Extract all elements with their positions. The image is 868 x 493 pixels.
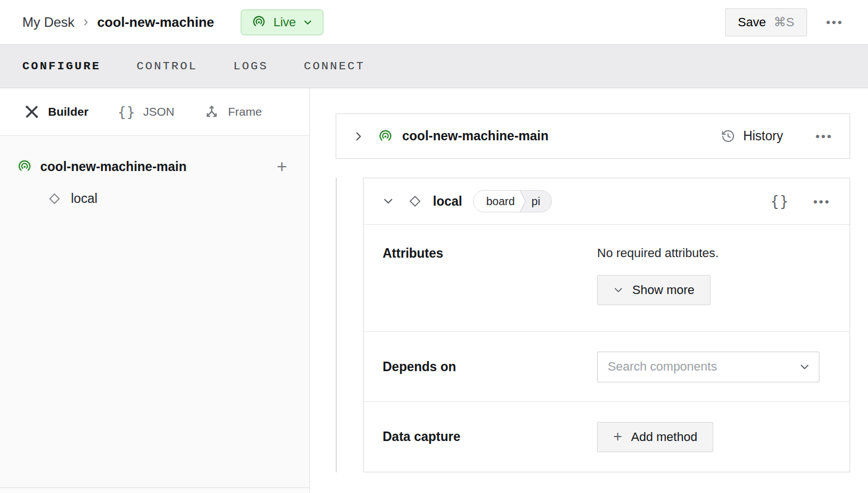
broadcast-icon (17, 159, 32, 174)
view-builder[interactable]: Builder (23, 103, 88, 120)
data-capture-section: Data capture + Add method (364, 402, 850, 472)
depends-on-section: Depends on (364, 332, 850, 402)
view-json-label: JSON (143, 105, 174, 118)
add-method-button[interactable]: + Add method (597, 422, 713, 452)
badge-type: board (474, 191, 518, 212)
tab-connect[interactable]: CONNECT (304, 60, 365, 73)
component-card-header: local board pi {} ••• (364, 178, 850, 225)
add-method-label: Add method (631, 430, 698, 444)
tab-control[interactable]: CONTROL (136, 60, 197, 73)
status-label: Live (273, 15, 295, 30)
breadcrumb: My Desk › cool-new-machine (22, 14, 214, 31)
history-button[interactable]: History (721, 129, 783, 144)
tab-configure[interactable]: CONFIGURE (22, 60, 101, 73)
sidebar-footer (0, 487, 309, 493)
component-type-badge: board pi (473, 190, 552, 212)
machine-card-menu-button[interactable]: ••• (815, 130, 833, 142)
chevron-down-icon (799, 362, 810, 372)
machine-status-button[interactable]: Live (241, 10, 323, 35)
save-button[interactable]: Save ⌘S (725, 8, 807, 36)
frame-axes-icon (203, 103, 220, 120)
view-frame[interactable]: Frame (203, 103, 262, 120)
tree-machine-label: cool-new-machine-main (40, 159, 269, 174)
chevron-right-icon[interactable] (353, 131, 364, 142)
badge-divider-icon (518, 191, 527, 212)
attributes-section: Attributes No required attributes. Show … (364, 225, 850, 332)
component-title: local (433, 194, 462, 209)
machine-name: cool-new-machine (97, 15, 214, 30)
chevron-down-icon (613, 285, 623, 295)
diamond-icon (47, 191, 62, 206)
config-sidebar: Builder {} JSON Frame (0, 88, 310, 493)
add-component-button[interactable]: + (276, 158, 287, 176)
view-builder-label: Builder (48, 105, 88, 118)
chevron-down-icon[interactable] (383, 196, 394, 207)
show-more-label: Show more (632, 283, 694, 297)
tree-component-row[interactable]: local (0, 183, 309, 214)
machine-card-title: cool-new-machine-main (402, 129, 549, 144)
save-label: Save (738, 15, 766, 30)
view-json[interactable]: {} JSON (117, 104, 174, 120)
view-toggle: Builder {} JSON Frame (0, 88, 309, 136)
machine-card: cool-new-machine-main History ••• (336, 113, 850, 159)
history-label: History (743, 129, 783, 144)
breadcrumb-separator-icon: › (83, 14, 88, 31)
diamond-icon (407, 193, 423, 209)
breadcrumb-parent[interactable]: My Desk (22, 15, 74, 30)
component-card: local board pi {} ••• (363, 178, 850, 472)
view-frame-label: Frame (228, 105, 262, 118)
header-overflow-button[interactable]: ••• (826, 16, 843, 28)
tools-icon (23, 103, 40, 120)
nesting-rail (336, 178, 337, 472)
attributes-empty-text: No required attributes. (597, 246, 719, 260)
tab-bar: CONFIGURE CONTROL LOGS CONNECT (0, 45, 868, 88)
tree-machine-row[interactable]: cool-new-machine-main + (0, 150, 309, 183)
tree-component-label: local (71, 191, 97, 206)
json-toggle-button[interactable]: {} (770, 193, 789, 210)
show-more-button[interactable]: Show more (597, 275, 710, 305)
main-panel: cool-new-machine-main History ••• (310, 88, 868, 493)
depends-on-heading: Depends on (383, 359, 597, 375)
braces-icon: {} (117, 104, 135, 120)
broadcast-icon (251, 15, 266, 30)
plus-icon: + (613, 429, 622, 444)
tab-logs[interactable]: LOGS (233, 60, 268, 73)
component-tree: cool-new-machine-main + local (0, 136, 309, 487)
save-shortcut: ⌘S (774, 15, 794, 30)
component-card-menu-button[interactable]: ••• (813, 196, 831, 207)
app-header: My Desk › cool-new-machine Live Save ⌘S … (0, 0, 868, 45)
attributes-heading: Attributes (383, 246, 597, 261)
badge-model: pi (527, 191, 552, 212)
broadcast-icon (378, 129, 393, 144)
depends-on-select[interactable] (597, 352, 819, 382)
data-capture-heading: Data capture (383, 429, 597, 444)
history-icon (721, 129, 736, 144)
chevron-down-icon (303, 17, 313, 27)
search-components-input[interactable] (608, 359, 799, 374)
